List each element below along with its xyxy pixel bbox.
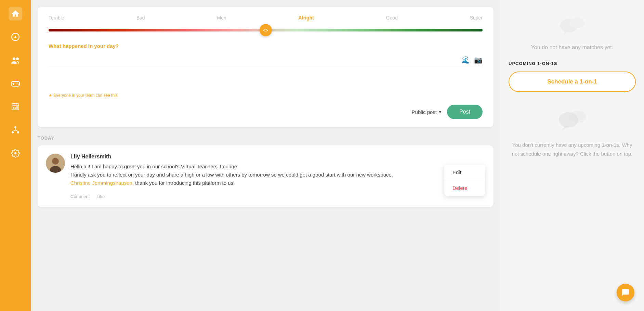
post-textarea[interactable]: [49, 71, 483, 92]
sidebar-item-settings[interactable]: [9, 146, 22, 160]
svg-rect-9: [16, 106, 18, 109]
slider-thumb-icon: <>: [263, 28, 268, 33]
mood-card: Terrible Bad Meh Alright Good Super <> W…: [38, 7, 494, 127]
post-dropdown-menu: Edit Delete: [444, 165, 485, 196]
svg-point-12: [17, 131, 19, 133]
note-text: Everyone in your team can see this: [53, 93, 117, 98]
sidebar-item-home[interactable]: [9, 7, 22, 21]
schedule-button[interactable]: Schedule a 1-on-1: [509, 72, 636, 92]
post-header: Lily Hellersmith Hello all! I am happy t…: [46, 154, 485, 199]
mood-slider-thumb[interactable]: <>: [260, 24, 272, 36]
post-footer: Comment Like: [70, 193, 485, 199]
svg-marker-21: [562, 126, 569, 131]
svg-point-5: [18, 84, 19, 85]
avatar: [46, 154, 65, 173]
note-star: ★: [49, 93, 52, 98]
mood-label-terrible: Terrible: [49, 15, 64, 21]
today-label: TODAY: [38, 135, 494, 141]
post-text-part2: I kindly ask you to reflect on your day …: [70, 172, 393, 178]
sidebar-item-games[interactable]: [9, 77, 22, 90]
svg-point-1: [13, 57, 15, 60]
upcoming-empty-section: You don't currently have any upcoming 1-…: [509, 104, 636, 161]
mood-label-super: Super: [470, 15, 483, 21]
svg-point-18: [569, 17, 585, 28]
upcoming-label: UPCOMING 1-ON-1S: [509, 61, 557, 66]
sidebar-item-org[interactable]: [9, 123, 22, 137]
sidebar: [0, 0, 31, 311]
svg-point-14: [52, 158, 59, 165]
matches-empty-section: You do not have any matches yet.: [531, 8, 613, 61]
camera-icon[interactable]: 📷: [474, 56, 483, 64]
no-upcoming-text: You don't currently have any upcoming 1-…: [509, 141, 636, 158]
sidebar-item-team[interactable]: [9, 53, 22, 67]
no-upcoming-icon: [557, 108, 588, 135]
post-body: Lily Hellersmith Hello all! I am happy t…: [70, 154, 485, 199]
svg-point-22: [569, 111, 586, 123]
post-mention[interactable]: Christine Jemmingshausen,: [70, 180, 134, 186]
svg-rect-8: [15, 107, 16, 109]
post-author-name: Lily Hellersmith: [70, 154, 485, 160]
mood-slider-container: <>: [49, 25, 483, 35]
mood-labels: Terrible Bad Meh Alright Good Super: [49, 15, 483, 21]
comment-link[interactable]: Comment: [70, 194, 90, 199]
svg-point-2: [16, 57, 19, 60]
svg-point-4: [17, 83, 18, 84]
mood-label-alright: Alright: [299, 15, 314, 21]
everyone-note: ★ Everyone in your team can see this: [49, 93, 483, 98]
visibility-select[interactable]: Public post ▾: [412, 109, 442, 115]
post-card: Lily Hellersmith Hello all! I am happy t…: [38, 145, 494, 207]
main-content: Terrible Bad Meh Alright Good Super <> W…: [31, 0, 644, 311]
like-link[interactable]: Like: [96, 194, 105, 199]
svg-point-10: [14, 126, 16, 128]
no-matches-icon: [558, 15, 586, 39]
delete-menu-item[interactable]: Delete: [444, 180, 485, 196]
post-content: Hello all! I am happy to greet you in ou…: [70, 163, 485, 187]
what-happened-label: What happened in your day?: [49, 43, 483, 49]
mood-label-bad: Bad: [136, 15, 145, 21]
post-input-icons-row: 🌊 📷: [49, 53, 483, 67]
dropdown-arrow-icon: ▾: [439, 109, 442, 115]
post-text-part1: Hello all! I am happy to greet you in ou…: [70, 164, 238, 169]
post-button[interactable]: Post: [447, 105, 483, 119]
no-matches-text: You do not have any matches yet.: [531, 44, 613, 51]
edit-menu-item[interactable]: Edit: [444, 165, 485, 180]
sidebar-item-navigate[interactable]: [9, 30, 22, 44]
center-panel: Terrible Bad Meh Alright Good Super <> W…: [31, 0, 500, 311]
mood-label-meh: Meh: [217, 15, 226, 21]
post-actions: Public post ▾ Post: [49, 105, 483, 119]
svg-point-11: [12, 131, 14, 133]
post-text-part3: thank you for introducing this platform …: [135, 180, 235, 186]
sidebar-item-board[interactable]: [9, 100, 22, 114]
avatar-image: [46, 154, 65, 173]
chat-fab-button[interactable]: [617, 284, 634, 301]
right-panel: You do not have any matches yet. UPCOMIN…: [500, 0, 644, 311]
emoji-icon[interactable]: 🌊: [461, 56, 470, 64]
visibility-label: Public post: [412, 109, 437, 115]
svg-rect-7: [13, 107, 14, 109]
mood-label-good: Good: [386, 15, 398, 21]
